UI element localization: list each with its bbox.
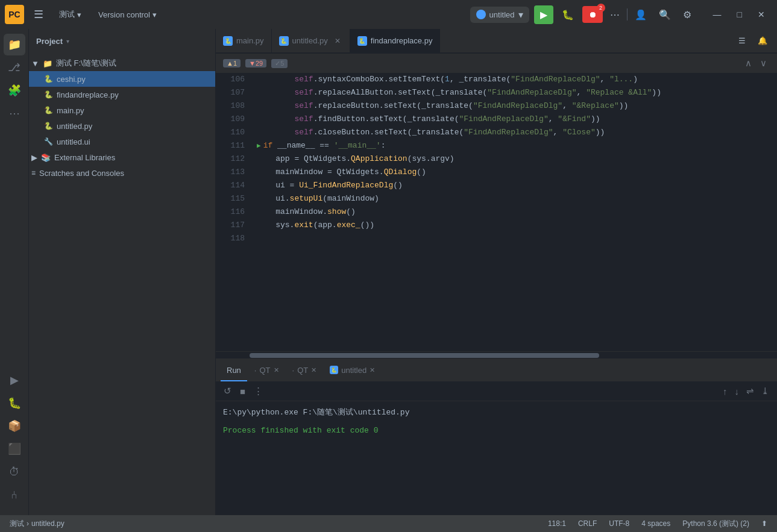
status-git-push[interactable]: ⬆	[759, 518, 770, 529]
tree-item-scratches[interactable]: ≡ Scratches and Consoles	[29, 165, 215, 181]
sidebar-btn-packages[interactable]: 📦	[4, 415, 25, 437]
find-prev-btn[interactable]: ∧	[742, 56, 755, 70]
find-next-btn[interactable]: ∨	[757, 56, 770, 70]
editor-tabs-actions: ☰ 🔔	[729, 33, 777, 49]
debug-button[interactable]: 🐛	[556, 5, 580, 24]
stop-button[interactable]: ■	[237, 384, 248, 398]
scrollbar-thumb[interactable]	[250, 353, 599, 358]
notifications-button[interactable]: 🔔	[753, 33, 772, 49]
sidebar-btn-terminal[interactable]: ⬛	[4, 438, 25, 460]
status-indent[interactable]: 4 spaces	[639, 518, 673, 529]
tree-item-main[interactable]: 🐍 main.py	[29, 102, 215, 118]
tab-icon-findreplace: 🐍	[357, 36, 367, 46]
user-button[interactable]: 👤	[630, 5, 652, 24]
bottom-tab-untitled-close[interactable]: ✕	[370, 366, 375, 374]
bottom-tab-untitled[interactable]: 🐍 untitled ✕	[324, 360, 381, 381]
status-python-label: Python 3.6 (测试) (2)	[682, 519, 749, 529]
window-controls: — □ ✕	[706, 6, 772, 23]
sidebar-btn-run[interactable]: ▶	[4, 369, 25, 391]
menu-version-control[interactable]: Version control ▾	[92, 8, 163, 22]
project-selector[interactable]: untitled ▾	[470, 7, 529, 23]
bottom-tab-run[interactable]: Run	[221, 360, 247, 381]
sidebar-btn-plugins[interactable]: 🧩	[4, 80, 25, 101]
console-output[interactable]: E:\py\python.exe F:\随笔\测试\untitled.py Pr…	[216, 401, 777, 515]
tree-item-untitled-ui[interactable]: 🔧 untitled.ui	[29, 134, 215, 149]
sidebar-btn-more[interactable]: ⋯	[4, 102, 25, 124]
more-actions-button[interactable]: ⋮	[251, 384, 266, 398]
minimize-button[interactable]: —	[706, 6, 729, 23]
sidebar-bottom-actions: ▶ 🐛 📦 ⬛ ⏱ ⑃	[4, 369, 25, 510]
status-crlf-label: CRLF	[578, 519, 597, 528]
tab-findandreplace[interactable]: 🐍 findandreplace.py	[350, 29, 441, 52]
bottom-tabs: Run · QT ✕ · QT ✕ 🐍 untitled ✕	[216, 360, 777, 381]
settings-button[interactable]: ⚙	[678, 5, 696, 24]
status-python-version[interactable]: Python 3.6 (测试) (2)	[680, 518, 752, 530]
rerun-button[interactable]: ↺	[221, 384, 234, 398]
tree-item-root-folder[interactable]: ▼ 📁 测试 F:\随笔\测试	[29, 55, 215, 71]
status-separator: ›	[27, 519, 29, 528]
scratch-expand-icon: ≡	[31, 169, 36, 177]
sidebar-btn-profiler[interactable]: ⏱	[4, 461, 25, 483]
search-button[interactable]: 🔍	[654, 5, 676, 24]
tabs-more-button[interactable]: ☰	[734, 33, 750, 49]
status-position-label: 118:1	[548, 519, 566, 528]
tree-item-external-libs[interactable]: ▶ 📚 External Libraries	[29, 149, 215, 165]
tree-item-findandreplace[interactable]: 🐍 findandreplace.py	[29, 87, 215, 102]
sidebar-btn-git[interactable]: ⎇	[4, 57, 25, 78]
scroll-end-button[interactable]: ⤓	[758, 384, 772, 398]
titlebar-actions: ▶ 🐛 ⏺ 2 ⋯ 👤 🔍 ⚙	[534, 5, 696, 24]
code-content[interactable]: self.syntaxComboBox.setItemText(1, _tran…	[250, 73, 770, 351]
tree-file-label: untitled.py	[57, 122, 92, 131]
status-breadcrumb[interactable]: 测试 › untitled.py	[7, 518, 67, 530]
run-button[interactable]: ▶	[534, 5, 553, 24]
more-button[interactable]: ⋯	[605, 5, 624, 24]
tab-untitled-py[interactable]: 🐍 untitled.py ✕	[272, 29, 350, 52]
status-line-ending[interactable]: CRLF	[576, 518, 599, 529]
tab-main-py[interactable]: 🐍 main.py	[216, 29, 272, 52]
code-line: self.replaceButton.setText(_translate("F…	[257, 99, 763, 113]
wrap-button[interactable]: ⇌	[743, 384, 757, 398]
status-file: untitled.py	[31, 519, 64, 528]
bottom-tab-qt2-close[interactable]: ✕	[311, 366, 316, 374]
bottom-tab-qt1[interactable]: · QT ✕	[248, 360, 285, 381]
py-file-icon: 🐍	[43, 90, 53, 99]
menu-test[interactable]: 测试 ▾	[53, 7, 87, 22]
tab-close-untitled[interactable]: ✕	[333, 36, 342, 46]
editor-column: 🐍 main.py 🐍 untitled.py ✕ 🐍 findandrepla…	[216, 29, 777, 515]
menu-toggle-button[interactable]: ☰	[29, 5, 48, 23]
code-line: mainWindow.show()	[257, 205, 763, 219]
tab-label-main: main.py	[236, 36, 264, 45]
editor-tabs: 🐍 main.py 🐍 untitled.py ✕ 🐍 findandrepla…	[216, 29, 777, 53]
scroll-up-button[interactable]: ↑	[720, 384, 731, 398]
scroll-down-button[interactable]: ↓	[732, 384, 743, 398]
bottom-panel: Run · QT ✕ · QT ✕ 🐍 untitled ✕	[216, 358, 777, 515]
code-line: sys.exit(app.exec_())	[257, 219, 763, 232]
status-encoding[interactable]: UTF-8	[606, 518, 632, 529]
tree-item-ceshi[interactable]: 🐍 ceshi.py	[29, 71, 215, 87]
editor-vertical-scrollbar[interactable]	[770, 73, 777, 351]
folder-icon: 📁	[43, 59, 52, 68]
sidebar-btn-folder[interactable]: 📁	[4, 34, 25, 55]
bottom-tab-qt1-label: ·	[254, 366, 257, 375]
code-line: ui.setupUi(mainWindow)	[257, 192, 763, 205]
editor-horizontal-scrollbar[interactable]	[216, 351, 777, 358]
tree-item-untitled-py[interactable]: 🐍 untitled.py	[29, 118, 215, 134]
code-line: self.closeButton.setText(_translate("Fin…	[257, 126, 763, 139]
tree-folder-label: 测试 F:\随笔\测试	[56, 58, 116, 69]
sidebar-btn-debug[interactable]: 🐛	[4, 392, 25, 414]
check-badge: ✓5	[271, 59, 288, 68]
status-indent-label: 4 spaces	[641, 519, 670, 528]
code-line-empty	[257, 232, 763, 245]
divider	[627, 8, 628, 20]
titlebar: PC ☰ 测试 ▾ Version control ▾ untitled ▾ ▶…	[0, 0, 777, 29]
record-button[interactable]: ⏺ 2	[582, 6, 603, 23]
code-line: self.syntaxComboBox.setItemText(1, _tran…	[257, 73, 763, 86]
bottom-tab-run-label: Run	[227, 366, 241, 375]
bottom-tab-qt2[interactable]: · QT ✕	[286, 360, 323, 381]
status-position[interactable]: 118:1	[546, 518, 568, 529]
sidebar-btn-git-bottom[interactable]: ⑃	[4, 484, 25, 505]
close-button[interactable]: ✕	[750, 6, 772, 23]
maximize-button[interactable]: □	[730, 6, 749, 23]
bottom-tab-qt1-close[interactable]: ✕	[274, 366, 279, 374]
file-panel-title: Project	[36, 37, 63, 46]
